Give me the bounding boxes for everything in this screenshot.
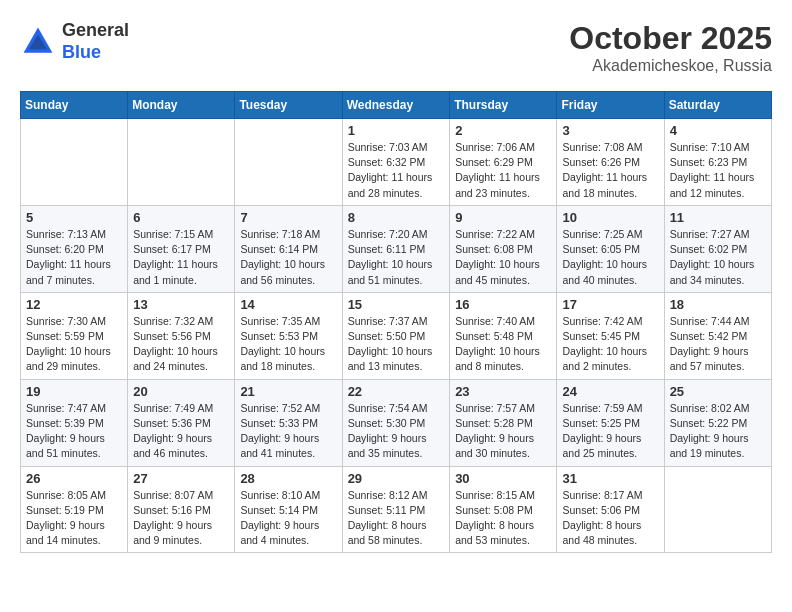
logo-text: General Blue [62, 20, 129, 63]
location: Akademicheskoe, Russia [569, 57, 772, 75]
day-number: 21 [240, 384, 336, 399]
weekday-header-wednesday: Wednesday [342, 92, 450, 119]
day-number: 27 [133, 471, 229, 486]
day-info: Sunrise: 7:30 AMSunset: 5:59 PMDaylight:… [26, 314, 122, 375]
day-number: 17 [562, 297, 658, 312]
day-number: 12 [26, 297, 122, 312]
day-number: 28 [240, 471, 336, 486]
day-info: Sunrise: 7:25 AMSunset: 6:05 PMDaylight:… [562, 227, 658, 288]
table-row: 4Sunrise: 7:10 AMSunset: 6:23 PMDaylight… [664, 119, 771, 206]
table-row: 20Sunrise: 7:49 AMSunset: 5:36 PMDayligh… [128, 379, 235, 466]
table-row [664, 466, 771, 553]
table-row: 19Sunrise: 7:47 AMSunset: 5:39 PMDayligh… [21, 379, 128, 466]
calendar-week-row: 5Sunrise: 7:13 AMSunset: 6:20 PMDaylight… [21, 205, 772, 292]
day-number: 20 [133, 384, 229, 399]
table-row: 9Sunrise: 7:22 AMSunset: 6:08 PMDaylight… [450, 205, 557, 292]
day-info: Sunrise: 7:08 AMSunset: 6:26 PMDaylight:… [562, 140, 658, 201]
day-number: 4 [670, 123, 766, 138]
table-row: 17Sunrise: 7:42 AMSunset: 5:45 PMDayligh… [557, 292, 664, 379]
title-block: October 2025 Akademicheskoe, Russia [569, 20, 772, 75]
day-number: 6 [133, 210, 229, 225]
table-row: 21Sunrise: 7:52 AMSunset: 5:33 PMDayligh… [235, 379, 342, 466]
weekday-header-friday: Friday [557, 92, 664, 119]
day-info: Sunrise: 7:37 AMSunset: 5:50 PMDaylight:… [348, 314, 445, 375]
table-row: 2Sunrise: 7:06 AMSunset: 6:29 PMDaylight… [450, 119, 557, 206]
table-row: 29Sunrise: 8:12 AMSunset: 5:11 PMDayligh… [342, 466, 450, 553]
table-row: 7Sunrise: 7:18 AMSunset: 6:14 PMDaylight… [235, 205, 342, 292]
day-number: 8 [348, 210, 445, 225]
day-number: 7 [240, 210, 336, 225]
table-row: 31Sunrise: 8:17 AMSunset: 5:06 PMDayligh… [557, 466, 664, 553]
day-info: Sunrise: 8:15 AMSunset: 5:08 PMDaylight:… [455, 488, 551, 549]
day-number: 11 [670, 210, 766, 225]
day-info: Sunrise: 7:20 AMSunset: 6:11 PMDaylight:… [348, 227, 445, 288]
day-number: 3 [562, 123, 658, 138]
day-number: 18 [670, 297, 766, 312]
calendar-week-row: 1Sunrise: 7:03 AMSunset: 6:32 PMDaylight… [21, 119, 772, 206]
table-row: 25Sunrise: 8:02 AMSunset: 5:22 PMDayligh… [664, 379, 771, 466]
table-row [235, 119, 342, 206]
table-row: 24Sunrise: 7:59 AMSunset: 5:25 PMDayligh… [557, 379, 664, 466]
month-title: October 2025 [569, 20, 772, 57]
day-number: 23 [455, 384, 551, 399]
day-info: Sunrise: 7:13 AMSunset: 6:20 PMDaylight:… [26, 227, 122, 288]
day-info: Sunrise: 7:47 AMSunset: 5:39 PMDaylight:… [26, 401, 122, 462]
day-number: 22 [348, 384, 445, 399]
day-number: 31 [562, 471, 658, 486]
weekday-header-sunday: Sunday [21, 92, 128, 119]
day-number: 14 [240, 297, 336, 312]
day-info: Sunrise: 7:15 AMSunset: 6:17 PMDaylight:… [133, 227, 229, 288]
table-row: 30Sunrise: 8:15 AMSunset: 5:08 PMDayligh… [450, 466, 557, 553]
table-row: 10Sunrise: 7:25 AMSunset: 6:05 PMDayligh… [557, 205, 664, 292]
calendar: SundayMondayTuesdayWednesdayThursdayFrid… [20, 91, 772, 553]
day-number: 19 [26, 384, 122, 399]
day-number: 15 [348, 297, 445, 312]
day-info: Sunrise: 7:42 AMSunset: 5:45 PMDaylight:… [562, 314, 658, 375]
table-row: 1Sunrise: 7:03 AMSunset: 6:32 PMDaylight… [342, 119, 450, 206]
page-header: General Blue October 2025 Akademicheskoe… [20, 20, 772, 75]
table-row: 27Sunrise: 8:07 AMSunset: 5:16 PMDayligh… [128, 466, 235, 553]
table-row: 26Sunrise: 8:05 AMSunset: 5:19 PMDayligh… [21, 466, 128, 553]
table-row: 14Sunrise: 7:35 AMSunset: 5:53 PMDayligh… [235, 292, 342, 379]
day-info: Sunrise: 7:49 AMSunset: 5:36 PMDaylight:… [133, 401, 229, 462]
weekday-header-saturday: Saturday [664, 92, 771, 119]
day-info: Sunrise: 7:03 AMSunset: 6:32 PMDaylight:… [348, 140, 445, 201]
table-row: 6Sunrise: 7:15 AMSunset: 6:17 PMDaylight… [128, 205, 235, 292]
table-row: 5Sunrise: 7:13 AMSunset: 6:20 PMDaylight… [21, 205, 128, 292]
day-number: 10 [562, 210, 658, 225]
day-number: 29 [348, 471, 445, 486]
day-info: Sunrise: 7:52 AMSunset: 5:33 PMDaylight:… [240, 401, 336, 462]
day-info: Sunrise: 8:12 AMSunset: 5:11 PMDaylight:… [348, 488, 445, 549]
day-info: Sunrise: 7:22 AMSunset: 6:08 PMDaylight:… [455, 227, 551, 288]
calendar-week-row: 12Sunrise: 7:30 AMSunset: 5:59 PMDayligh… [21, 292, 772, 379]
day-info: Sunrise: 7:57 AMSunset: 5:28 PMDaylight:… [455, 401, 551, 462]
table-row [21, 119, 128, 206]
day-info: Sunrise: 7:06 AMSunset: 6:29 PMDaylight:… [455, 140, 551, 201]
table-row: 28Sunrise: 8:10 AMSunset: 5:14 PMDayligh… [235, 466, 342, 553]
day-number: 9 [455, 210, 551, 225]
calendar-week-row: 26Sunrise: 8:05 AMSunset: 5:19 PMDayligh… [21, 466, 772, 553]
table-row [128, 119, 235, 206]
day-info: Sunrise: 7:35 AMSunset: 5:53 PMDaylight:… [240, 314, 336, 375]
day-number: 25 [670, 384, 766, 399]
table-row: 8Sunrise: 7:20 AMSunset: 6:11 PMDaylight… [342, 205, 450, 292]
day-info: Sunrise: 7:18 AMSunset: 6:14 PMDaylight:… [240, 227, 336, 288]
day-info: Sunrise: 7:40 AMSunset: 5:48 PMDaylight:… [455, 314, 551, 375]
day-number: 1 [348, 123, 445, 138]
day-info: Sunrise: 7:10 AMSunset: 6:23 PMDaylight:… [670, 140, 766, 201]
table-row: 12Sunrise: 7:30 AMSunset: 5:59 PMDayligh… [21, 292, 128, 379]
table-row: 23Sunrise: 7:57 AMSunset: 5:28 PMDayligh… [450, 379, 557, 466]
day-info: Sunrise: 7:32 AMSunset: 5:56 PMDaylight:… [133, 314, 229, 375]
table-row: 15Sunrise: 7:37 AMSunset: 5:50 PMDayligh… [342, 292, 450, 379]
table-row: 22Sunrise: 7:54 AMSunset: 5:30 PMDayligh… [342, 379, 450, 466]
day-number: 16 [455, 297, 551, 312]
day-info: Sunrise: 8:05 AMSunset: 5:19 PMDaylight:… [26, 488, 122, 549]
logo-icon [20, 24, 56, 60]
weekday-header-monday: Monday [128, 92, 235, 119]
table-row: 11Sunrise: 7:27 AMSunset: 6:02 PMDayligh… [664, 205, 771, 292]
day-info: Sunrise: 8:07 AMSunset: 5:16 PMDaylight:… [133, 488, 229, 549]
day-number: 2 [455, 123, 551, 138]
table-row: 13Sunrise: 7:32 AMSunset: 5:56 PMDayligh… [128, 292, 235, 379]
table-row: 18Sunrise: 7:44 AMSunset: 5:42 PMDayligh… [664, 292, 771, 379]
day-number: 5 [26, 210, 122, 225]
